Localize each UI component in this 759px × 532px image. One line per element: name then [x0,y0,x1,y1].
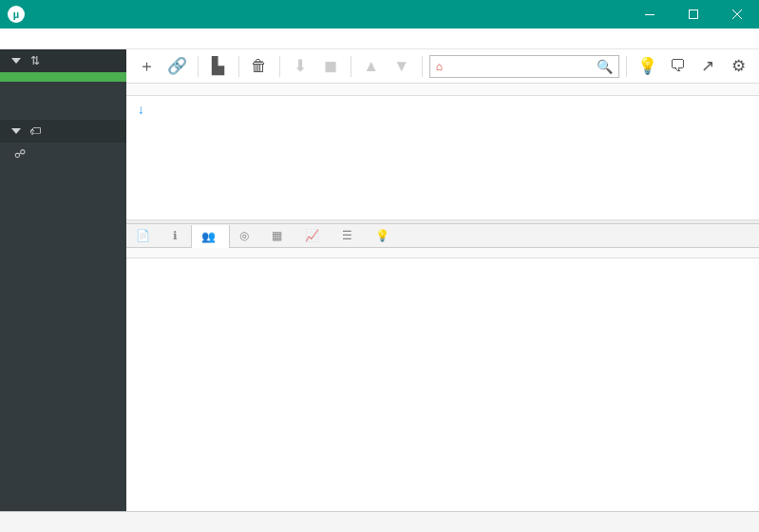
col-name[interactable] [132,87,364,91]
tab-info[interactable]: ℹ [163,224,191,247]
tab-chunks[interactable]: ▦ [262,224,295,247]
add-url-button[interactable]: 🔗 [164,53,191,80]
col-size[interactable] [692,87,753,91]
tab-peers[interactable]: 👥 [191,225,230,248]
share-button[interactable]: ↗ [694,53,721,80]
tag-icon: 🏷 [28,124,42,138]
pcol-ip[interactable] [132,251,275,255]
stop-button[interactable]: ◼ [317,53,344,80]
pcol-client[interactable] [275,251,360,255]
title-bar: µ [0,0,759,28]
speed-icon: 📈 [305,229,319,242]
info-icon: ℹ [173,229,178,242]
torrent-seed [587,107,639,111]
svg-rect-1 [690,10,698,19]
exchange-icon: ⇅ [28,54,42,67]
sidebar-item-inactive[interactable] [0,110,126,120]
col-status[interactable] [364,87,454,91]
menu-bar [0,28,759,49]
separator [351,56,351,77]
separator [279,56,280,77]
minimize-button[interactable] [628,0,672,28]
search-icon[interactable]: 🔍 [597,59,613,74]
menu-options[interactable] [19,37,34,41]
pcol-req[interactable] [588,251,640,255]
separator [198,56,199,77]
search-input[interactable] [448,60,591,73]
grid-icon: ▦ [272,229,282,242]
col-seed[interactable] [587,87,639,91]
chevron-down-icon [11,128,21,134]
remote-button[interactable]: 🗨 [664,53,691,80]
detail-tabs: 📄 ℹ 👥 ◎ ▦ 📈 ☰ 💡 [126,223,759,248]
start-button[interactable]: ⬇ [287,53,313,80]
search-box[interactable]: ⌂ 🔍 [429,55,619,78]
add-torrent-button[interactable]: ＋ [134,53,161,80]
torrent-status [364,107,454,111]
menu-file[interactable] [4,37,19,41]
toolbar: ＋ 🔗 ▙ 🗑 ⬇ ◼ ▲ ▼ ⌂ 🔍 💡 🗨 ↗ ⚙ [126,49,759,84]
tab-speed[interactable]: 📈 [295,224,332,247]
separator [626,56,627,77]
log-icon: ☰ [342,229,352,242]
move-up-button[interactable]: ▲ [358,53,385,80]
main-panel: ＋ 🔗 ▙ 🗑 ⬇ ◼ ▲ ▼ ⌂ 🔍 💡 🗨 ↗ ⚙ [126,49,759,511]
pcol-ul[interactable] [526,251,588,255]
sidebar-labels-header[interactable]: 🏷 [0,120,126,142]
separator [238,56,239,77]
rss-icon: ☍ [13,147,27,161]
close-button[interactable] [715,0,759,28]
torrent-ul [521,107,587,111]
bundles-button[interactable]: 💡 [634,53,660,80]
torrent-size [692,107,753,111]
download-icon: ↓ [138,102,144,117]
torrent-peer [639,107,692,111]
sidebar-tasks-header[interactable]: ⇅ [0,49,126,72]
torrent-list-header [126,84,759,96]
create-torrent-button[interactable]: ▙ [205,53,232,80]
remove-button[interactable]: 🗑 [246,53,273,80]
settings-button[interactable]: ⚙ [725,53,751,80]
search-engine-icon[interactable]: ⌂ [436,60,443,73]
col-peer[interactable] [639,87,692,91]
torrent-dl [454,107,521,111]
app-logo-icon: µ [8,6,25,23]
tab-related[interactable]: 💡 [366,224,403,247]
torrent-list: ↓ [126,96,759,219]
torrent-row[interactable]: ↓ [126,96,759,123]
peers-icon: 👥 [201,230,216,243]
sidebar-item-downloading[interactable] [0,72,126,82]
separator [422,56,423,77]
chevron-down-icon [11,58,21,64]
status-bar [0,511,759,532]
sidebar-item-feeds[interactable]: ☍ [0,142,126,165]
menu-help[interactable] [34,37,49,41]
sidebar-item-seeding[interactable] [0,82,126,91]
pcol-pdl[interactable] [640,251,721,255]
col-dl[interactable] [454,87,521,91]
pcol-dl[interactable] [465,251,526,255]
col-ul[interactable] [521,87,587,91]
tab-log[interactable]: ☰ [332,224,366,247]
pcol-pct[interactable] [412,251,465,255]
tab-tracker[interactable]: ◎ [230,224,262,247]
files-icon: 📄 [136,229,150,242]
pcol-flags[interactable] [360,251,412,255]
bulb-icon: 💡 [375,229,389,242]
move-down-button[interactable]: ▼ [389,53,415,80]
sidebar-item-active[interactable] [0,101,126,110]
peers-panel [126,248,759,511]
maximize-button[interactable] [672,0,715,28]
svg-rect-0 [645,14,655,15]
tab-files[interactable]: 📄 [126,224,163,247]
tracker-icon: ◎ [239,229,249,242]
peers-header [126,248,759,258]
sidebar-item-completed[interactable] [0,91,126,101]
sidebar: ⇅ 🏷 ☍ [0,49,126,511]
